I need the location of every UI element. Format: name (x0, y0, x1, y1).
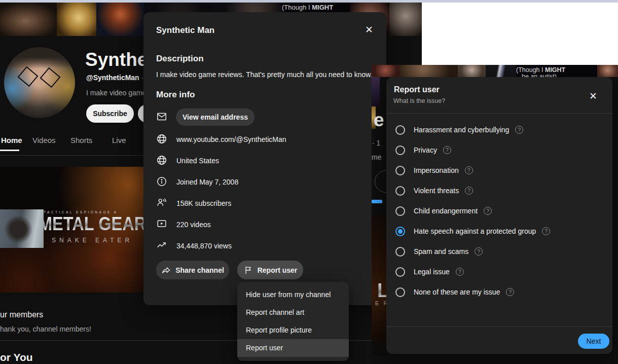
banner-face-fragment (372, 77, 380, 106)
radio-icon[interactable] (395, 267, 405, 277)
help-icon[interactable]: ? (515, 126, 523, 134)
radio-icon[interactable] (395, 166, 405, 175)
banner-face-tile (458, 65, 486, 77)
tab-videos[interactable]: Videos (32, 136, 56, 144)
banner-face-tile (372, 65, 399, 77)
menu-item-report-user[interactable]: Report user (237, 339, 349, 357)
tab-shorts[interactable]: Shorts (70, 136, 92, 144)
banner-face-tile (389, 3, 422, 36)
webcam-overlay (0, 209, 44, 248)
radio-icon[interactable] (395, 287, 405, 297)
radio-icon[interactable] (395, 247, 405, 257)
radio-icon[interactable] (395, 186, 405, 196)
overlay-handle-fragment: · 1 (372, 139, 380, 147)
thumbnail-fragment-letter: L (377, 280, 386, 302)
option-label: Impersonation (414, 166, 459, 174)
radio-icon[interactable] (395, 145, 405, 155)
option-label: None of these are my issue (414, 288, 500, 296)
tab-live[interactable]: Live (112, 136, 126, 144)
report-option-legal[interactable]: Legal issue ? (386, 262, 612, 282)
next-button[interactable]: Next (578, 334, 609, 349)
banner-face-tile (0, 3, 57, 36)
videos-icon (156, 218, 167, 229)
report-user-button[interactable]: Report user (237, 261, 303, 279)
banner-face-tile (597, 65, 618, 77)
description-text: I make video game reviews. That's pretty… (156, 70, 373, 79)
overlay-window: (Though I MIGHT be an autist) e · 1 me L… (372, 65, 618, 364)
option-label: Child endangerment (414, 207, 478, 215)
option-label: Spam and scams (414, 247, 468, 256)
report-option-hate-speech[interactable]: Hate speech against a protected group ? (386, 221, 612, 241)
overlay-description-fragment: me (372, 153, 381, 161)
banner-face-tile (486, 65, 516, 77)
report-dialog-title: Report user (394, 85, 440, 94)
help-icon[interactable]: ? (506, 288, 514, 296)
help-icon[interactable]: ? (542, 227, 550, 235)
radio-icon[interactable] (395, 125, 405, 135)
channel-url[interactable]: www.youtube.com/@SyntheticMan (176, 135, 286, 143)
report-dialog-subtitle: What is the issue? (393, 97, 445, 104)
tab-home[interactable]: Home (1, 136, 22, 144)
report-dialog: Report user What is the issue? ✕ Harassm… (386, 77, 612, 354)
thumbnail-subtitle: SNAKE EATER (52, 237, 133, 244)
overlay-title-fragment: e (374, 110, 384, 131)
report-option-spam[interactable]: Spam and scams ? (386, 241, 612, 262)
share-channel-label: Share channel (175, 266, 224, 274)
members-heading: ur members (0, 310, 43, 319)
trending-icon (156, 239, 167, 250)
report-option-privacy[interactable]: Privacy ? (386, 140, 612, 160)
report-option-impersonation[interactable]: Impersonation ? (386, 160, 612, 180)
more-info-heading: More info (156, 90, 195, 100)
overlay-banner (372, 65, 618, 77)
about-dialog-title: Synthetic Man (156, 25, 214, 35)
help-icon[interactable]: ? (443, 146, 451, 154)
banner-gold-tile (57, 3, 96, 36)
report-user-label: Report user (258, 266, 298, 274)
option-label: Violent threats (414, 187, 459, 195)
option-label: Harassment and cyberbullying (414, 126, 509, 134)
radio-icon[interactable] (395, 206, 405, 216)
footer-divider (386, 326, 612, 327)
view-email-button[interactable]: View email address (176, 108, 255, 126)
close-icon[interactable]: ✕ (365, 25, 373, 34)
channel-avatar (4, 47, 75, 118)
help-icon[interactable]: ? (465, 166, 473, 174)
joined-date-label: Joined May 7, 2008 (176, 178, 238, 186)
globe-icon (156, 133, 167, 144)
videos-count: 220 videos (176, 221, 211, 229)
help-icon[interactable]: ? (456, 268, 464, 276)
subscribe-button[interactable]: Subscribe (86, 104, 134, 123)
header-divider (386, 113, 612, 114)
overlay-banner-caption-line1: (Though I MIGHT (516, 66, 565, 74)
members-subtext: hank you, channel members! (0, 325, 91, 333)
banner-face-tile (399, 65, 458, 77)
option-label: Privacy (414, 146, 437, 154)
drawn-glasses-right (40, 67, 61, 88)
menu-item-hide-user[interactable]: Hide user from my channel (237, 286, 349, 304)
drawn-glasses-left (18, 66, 39, 87)
channel-description-preview: I make video game (86, 89, 146, 97)
share-channel-button[interactable]: Share channel (156, 261, 229, 279)
banner-caption-line1: (Though I MIGHT (282, 4, 333, 11)
radio-selected-icon[interactable] (395, 227, 405, 236)
help-icon[interactable]: ? (484, 207, 492, 215)
share-icon (161, 265, 171, 275)
report-option-violent-threats[interactable]: Violent threats ? (386, 180, 612, 201)
report-option-none[interactable]: None of these are my issue ? (386, 282, 612, 302)
section-divider (0, 340, 422, 341)
thumbnail-fragment: L E R (372, 215, 386, 356)
description-heading: Description (156, 54, 204, 64)
report-option-child-endangerment[interactable]: Child endangerment ? (386, 201, 612, 221)
help-icon[interactable]: ? (465, 187, 473, 195)
banner-face-tile (96, 3, 144, 36)
featured-video-thumbnail[interactable]: TACTICAL ESPIONAGE A METAL GEAR SOL SNAK… (0, 167, 152, 293)
menu-item-report-channel-art[interactable]: Report channel art (237, 304, 349, 321)
report-option-harassment[interactable]: Harassment and cyberbullying ? (386, 120, 612, 140)
flag-icon (243, 265, 253, 275)
menu-item-report-profile-picture[interactable]: Report profile picture (237, 321, 349, 339)
email-icon (156, 111, 167, 122)
help-icon[interactable]: ? (475, 247, 483, 256)
country-label: United States (176, 157, 219, 165)
close-icon[interactable]: ✕ (589, 91, 597, 101)
for-you-heading: or You (0, 351, 33, 363)
